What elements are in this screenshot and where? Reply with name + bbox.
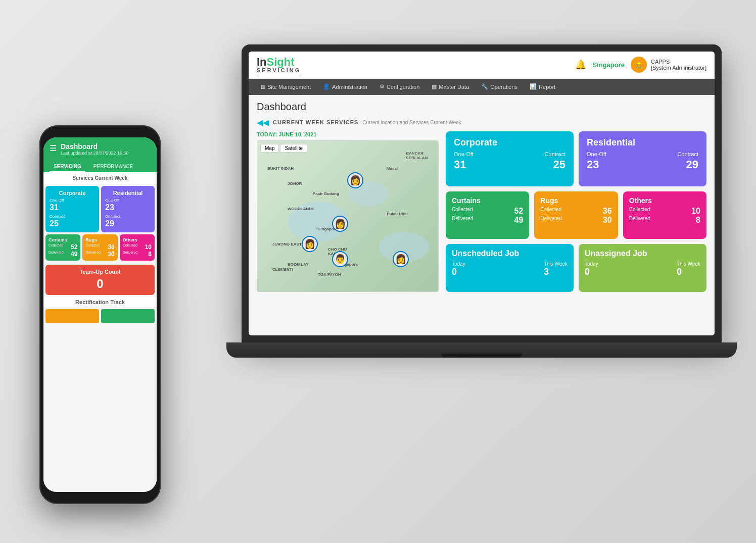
map-container[interactable]: BANDARSERI ALAM Masai BUKIT INDAH JOHOR … (257, 140, 439, 292)
mobile-curtains-del-val: 49 (71, 251, 77, 258)
mobile-small-grid: Curtains Collected 52 Delivered 49 R (43, 234, 157, 263)
map-pin-3: 👩 (302, 236, 318, 252)
map-label-3: BUKIT INDAH (267, 166, 294, 171)
nav-operations[interactable]: 🔧 Operations (476, 81, 523, 92)
section-title: CURRENT WEEK SERVICES (273, 119, 358, 125)
mobile-rugs-col-label: Collected (85, 243, 100, 251)
mobile-others-del-val: 8 (148, 251, 152, 258)
mobile-device: ☰ Dashboard Last updated at 29/07/2022 1… (39, 125, 161, 504)
mobile-residential-contract-label: Contract (105, 214, 120, 219)
mobile-corporate-oneoff-label: One-Off (50, 198, 64, 203)
mobile-residential-title: Residential (105, 190, 151, 196)
mobile-others-title: Others (123, 237, 152, 242)
mobile-subtitle: Last updated at 29/07/2022 16:50 (61, 151, 151, 156)
unscheduled-week: This Week 3 (544, 261, 568, 277)
mobile-title: Dashboard (61, 142, 151, 151)
mobile-rugs-del-label: Delivered (85, 251, 101, 258)
map-btn-map[interactable]: Map (260, 144, 279, 153)
unassigned-today: Today 0 (585, 261, 598, 277)
tab-servicing[interactable]: SERVICING (50, 162, 85, 172)
mobile-rect-btn-orange[interactable] (45, 309, 99, 323)
mobile-rect-buttons (43, 307, 157, 325)
unassigned-week: This Week 0 (677, 261, 700, 277)
stat-curtains: Curtains Collected 52 Delivered 49 (446, 191, 529, 239)
others-delivered-label: Delivered (629, 216, 650, 225)
curtains-title: Curtains (452, 196, 523, 205)
mobile-tabs: SERVICING PERFORMANCE (43, 160, 157, 172)
mobile-rugs-del-val: 30 (108, 251, 114, 258)
mobile-curtains-col-val: 52 (71, 243, 77, 251)
mobile-rect-btn-green[interactable] (101, 309, 155, 323)
others-collected-val: 10 (691, 207, 700, 216)
rugs-collected-val: 36 (603, 207, 612, 216)
map-label-14: CLEMENTI (272, 267, 293, 272)
map-background: BANDARSERI ALAM Masai BUKIT INDAH JOHOR … (257, 141, 438, 291)
others-collected-label: Collected (629, 207, 650, 216)
nav-bar: 🖥 Site Management 👤 Administration ⚙ Con… (249, 79, 715, 95)
wrench-icon: 🔧 (481, 83, 488, 90)
arrow-icon: ◀◀ (257, 118, 269, 127)
mobile-stat-rugs: Rugs Collected 36 Delivered 30 (82, 234, 117, 261)
mobile-corporate-contract-label: Contract (50, 214, 65, 219)
laptop-base (226, 342, 737, 358)
mobile-title-area: Dashboard Last updated at 29/07/2022 16:… (61, 142, 151, 156)
mobile-stat-curtains: Curtains Collected 52 Delivered 49 (45, 234, 80, 261)
unscheduled-today-label: Today (452, 261, 465, 267)
mobile-corporate-oneoff-val: 31 (50, 203, 59, 212)
stat-unscheduled: Unscheduled Job Today 0 This Week (446, 244, 574, 291)
nav-master-data[interactable]: ▦ Master Data (427, 81, 474, 92)
grid-icon: ▦ (432, 83, 437, 90)
nav-administration[interactable]: 👤 Administration (318, 81, 372, 92)
map-label-6: WOODLANDS (288, 207, 314, 211)
nav-configuration[interactable]: ⚙ Configuration (374, 81, 424, 92)
gear-icon: ⚙ (380, 83, 385, 90)
user-details: CAPPS [System Administrator] (651, 59, 706, 71)
user-info: 👷 CAPPS [System Administrator] (631, 57, 706, 73)
mobile-residential-oneoff-label: One-Off (105, 198, 119, 203)
nav-site-management[interactable]: 🖥 Site Management (255, 82, 316, 92)
mobile-teamup: Team-Up Count 0 (45, 265, 155, 295)
mobile-services-title: Services Current Week (43, 172, 157, 184)
mobile-teamup-val: 0 (50, 277, 151, 291)
hamburger-icon[interactable]: ☰ (50, 143, 57, 153)
mobile-residential-oneoff-val: 23 (105, 203, 114, 212)
tab-performance[interactable]: PERFORMANCE (89, 162, 137, 172)
unassigned-today-label: Today (585, 261, 598, 267)
mobile-stat-others: Others Collected 10 Delivered 8 (120, 234, 155, 261)
mobile-corporate-title: Corporate (50, 190, 95, 196)
residential-title: Residential (587, 137, 698, 148)
curtains-collected-val: 52 (514, 207, 524, 216)
residential-oneoff-val: 23 (587, 158, 599, 171)
unassigned-week-val: 0 (677, 267, 700, 277)
location-label[interactable]: Singapore (592, 61, 625, 69)
curtains-delivered-label: Delivered (452, 216, 473, 225)
others-title: Others (629, 196, 700, 205)
date-label: TODAY: JUNE 10, 2021 (257, 131, 439, 137)
map-btn-satellite[interactable]: Satellite (280, 144, 307, 153)
residential-contract-val: 29 (686, 158, 698, 171)
page-title: Dashboard (257, 101, 706, 113)
mobile-stat-corporate: Corporate One-Off 31 Contract 2 (45, 186, 99, 232)
mobile-body: ☰ Dashboard Last updated at 29/07/2022 1… (39, 125, 161, 504)
section-sub: Current location and Services Current We… (362, 120, 461, 125)
logo-highlight: Sight (267, 56, 295, 68)
mobile-rugs-col-val: 36 (108, 243, 114, 251)
curtains-delivered-val: 49 (514, 216, 524, 225)
map-pin-5: 👩 (393, 251, 409, 267)
bell-icon[interactable]: 🔔 (575, 59, 586, 70)
mobile-stat-residential: Residential One-Off 23 Contract (101, 186, 155, 232)
mobile-curtains-col-label: Collected (49, 243, 63, 251)
small-stats-row: Curtains Collected 52 Delivered 49 (446, 191, 706, 239)
mobile-others-del-label: Delivered (123, 251, 138, 258)
mobile-teamup-title: Team-Up Count (50, 269, 151, 275)
map-label-13: TOA PAYOH (318, 272, 341, 277)
mobile-screen: ☰ Dashboard Last updated at 29/07/2022 1… (43, 137, 157, 492)
unscheduled-week-val: 3 (544, 267, 568, 277)
rugs-delivered-label: Delivered (540, 216, 561, 225)
map-label-4: JOHOR (288, 181, 302, 186)
curtains-collected-label: Collected (452, 207, 473, 216)
nav-report[interactable]: 📊 Report (525, 81, 560, 92)
mobile-corporate-contract-val: 25 (50, 219, 59, 228)
mobile-others-col-val: 10 (145, 243, 152, 251)
rugs-title: Rugs (540, 196, 611, 205)
